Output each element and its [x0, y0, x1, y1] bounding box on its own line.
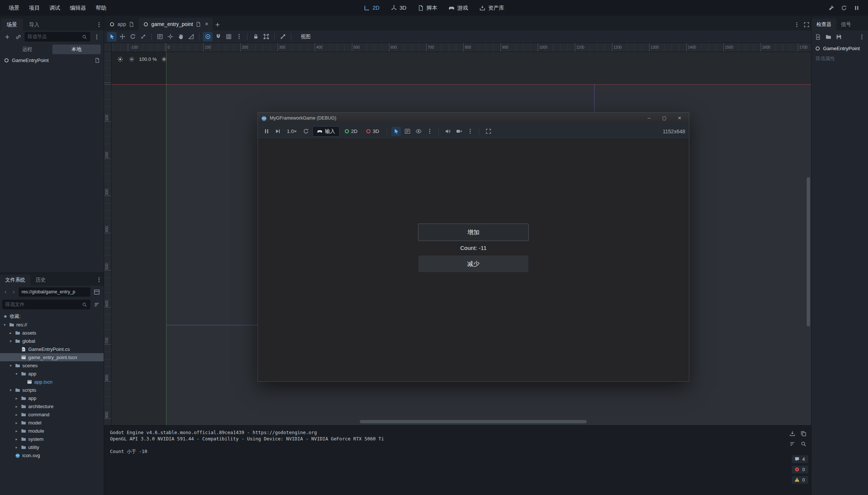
file-row-res://[interactable]: ▾res:// — [0, 320, 104, 329]
expand-arrow-icon[interactable]: ▾ — [14, 372, 19, 376]
workspace-3d[interactable]: 3D — [391, 5, 407, 11]
lock-selected-button[interactable] — [251, 32, 260, 42]
workspace-game[interactable]: 游戏 — [448, 4, 468, 12]
load-resource-button[interactable] — [823, 32, 833, 42]
distraction-free-button[interactable] — [801, 20, 811, 29]
file-row-app[interactable]: ▾app — [0, 369, 104, 378]
build-button[interactable] — [826, 3, 836, 13]
inspector-menu-button[interactable] — [857, 32, 867, 42]
next-frame-button[interactable] — [273, 127, 282, 136]
scene-dock-menu-icon[interactable] — [94, 20, 104, 29]
expand-arrow-icon[interactable]: ▾ — [8, 388, 13, 392]
filter-nodes-input[interactable]: 筛选节点 — [25, 32, 90, 42]
pause-game-button[interactable] — [262, 127, 271, 136]
list-select-tool-button[interactable] — [155, 32, 165, 42]
new-scene-tab-button[interactable] — [213, 20, 223, 29]
tab-inspector[interactable]: 检查器 — [812, 19, 836, 30]
snap-options-button[interactable] — [224, 32, 233, 42]
save-resource-button[interactable] — [834, 32, 843, 42]
scene-tree-node-gameentrypoint[interactable]: GameEntryPoint — [0, 56, 104, 65]
attached-script-icon[interactable] — [94, 58, 100, 63]
view-menu-button[interactable]: 视图 — [298, 33, 314, 40]
file-row-command[interactable]: ▸command — [0, 410, 104, 419]
add-node-button[interactable] — [2, 32, 12, 42]
expand-arrow-icon[interactable]: ▾ — [8, 339, 13, 343]
search-output-button[interactable] — [799, 439, 808, 449]
expand-arrow-icon[interactable]: ▸ — [8, 331, 13, 335]
nav-back-button[interactable]: ‹ — [2, 289, 9, 295]
workspace-script[interactable]: 脚本 — [418, 4, 437, 12]
tab-import[interactable]: 导入 — [23, 19, 45, 30]
menu-debug[interactable]: 调试 — [45, 0, 65, 16]
workspace-assetlib[interactable]: 资产库 — [479, 4, 505, 12]
mode-2d-button[interactable]: 2D — [341, 128, 361, 134]
file-row-module[interactable]: ▸module — [0, 427, 104, 435]
current-path-field[interactable]: res://global/game_entry_p — [19, 287, 90, 297]
close-button[interactable]: ✕ — [673, 115, 686, 121]
game-viewport[interactable]: 增加 Count: -11 减少 — [258, 139, 689, 381]
favorites-row[interactable]: ★ 收藏: — [0, 312, 104, 320]
filesystem-menu-button[interactable] — [94, 275, 104, 284]
scene-tree-menu-button[interactable] — [92, 32, 101, 42]
2d-viewport[interactable]: 100200300400500600700800900 100.0 % MyGF… — [104, 52, 811, 425]
file-row-model[interactable]: ▸model — [0, 419, 104, 427]
game-window[interactable]: MyGFrameworkGame (DEBUG) ─ ▢ ✕ 1.0× 输入 — [258, 112, 689, 382]
input-mode-button[interactable]: 输入 — [312, 126, 340, 137]
tab-filesystem[interactable]: 文件系统 — [0, 274, 30, 286]
increase-button[interactable]: 增加 — [418, 224, 529, 241]
camera-options-menu[interactable] — [465, 127, 475, 136]
file-row-architecture[interactable]: ▸architecture — [0, 402, 104, 410]
select-tool-button[interactable] — [107, 32, 117, 42]
nav-forward-button[interactable]: › — [10, 289, 17, 295]
scene-tabs-overflow-menu[interactable] — [792, 20, 801, 29]
menu-help[interactable]: 帮助 — [91, 0, 111, 16]
file-row-utility[interactable]: ▸utility — [0, 443, 104, 451]
file-row-scripts[interactable]: ▾scripts — [0, 386, 104, 394]
pan-tool-button[interactable] — [176, 32, 185, 42]
menu-scene[interactable]: 场景 — [4, 0, 24, 16]
pause-button[interactable] — [852, 3, 861, 13]
scale-tool-button[interactable] — [138, 32, 148, 42]
visibility-button[interactable] — [414, 127, 423, 136]
move-tool-button[interactable] — [117, 32, 127, 42]
grid-snap-toggle[interactable] — [213, 32, 223, 42]
expand-arrow-icon[interactable]: ▸ — [14, 404, 19, 408]
menu-editor[interactable]: 编辑器 — [65, 0, 91, 16]
maximize-button[interactable]: ▢ — [658, 115, 671, 121]
new-resource-button[interactable] — [813, 32, 823, 42]
expand-arrow-icon[interactable]: ▸ — [14, 413, 19, 417]
snap-menu-button[interactable] — [234, 32, 244, 42]
file-row-icon.svg[interactable]: icon.svg — [0, 451, 104, 459]
tab-scene[interactable]: 场景 — [1, 19, 23, 30]
file-row-assets[interactable]: ▸assets — [0, 329, 104, 337]
file-row-app.tscn[interactable]: app.tscn — [0, 378, 104, 386]
sort-files-button[interactable] — [92, 300, 101, 309]
pick-list-button[interactable] — [402, 127, 412, 136]
speed-select[interactable]: 1.0× — [284, 128, 300, 134]
scene-tab-game-entry-point[interactable]: game_entry_point × — [139, 18, 213, 30]
file-row-system[interactable]: ▸system — [0, 435, 104, 443]
menu-project[interactable]: 项目 — [24, 0, 45, 16]
rotate-tool-button[interactable] — [128, 32, 137, 42]
file-row-scenes[interactable]: ▾scenes — [0, 361, 104, 369]
vertical-scrollbar[interactable] — [807, 177, 810, 326]
instance-scene-button[interactable] — [13, 32, 23, 42]
horizontal-scrollbar[interactable] — [360, 420, 587, 423]
game-window-titlebar[interactable]: MyGFrameworkGame (DEBUG) ─ ▢ ✕ — [258, 113, 689, 124]
warnings-badge[interactable]: 0 — [792, 476, 808, 484]
save-output-button[interactable] — [787, 429, 797, 438]
skeleton-options-button[interactable] — [278, 32, 288, 42]
close-tab-icon[interactable]: × — [205, 21, 208, 27]
file-row-GameEntryPoint.cs[interactable]: #GameEntryPoint.cs — [0, 345, 104, 353]
pivot-tool-button[interactable] — [165, 32, 175, 42]
remote-tab[interactable]: 远程 — [3, 45, 52, 54]
pick-options-menu[interactable] — [425, 127, 434, 136]
expand-arrow-icon[interactable]: ▾ — [8, 364, 13, 368]
copy-output-button[interactable] — [799, 429, 808, 438]
filter-output-button[interactable] — [787, 439, 797, 449]
mode-3d-button[interactable]: 3D — [363, 128, 383, 134]
decrease-button[interactable]: 减少 — [418, 255, 529, 273]
filter-files-input[interactable]: 筛选文件 — [2, 300, 90, 309]
reset-speed-button[interactable] — [301, 127, 311, 136]
errors-badge[interactable]: 0 — [792, 466, 808, 473]
